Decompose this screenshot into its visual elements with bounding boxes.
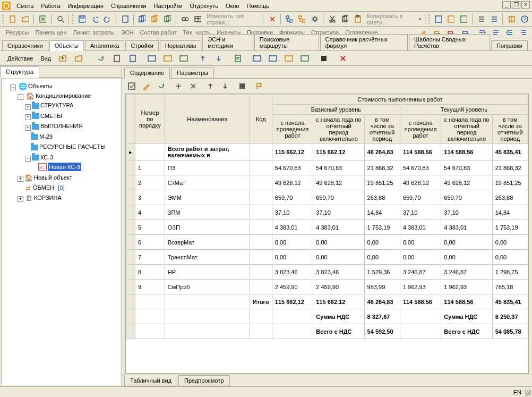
right-tab-params[interactable]: Параметры (171, 67, 214, 79)
tree-expander[interactable]: + (25, 125, 31, 131)
menu-sprav[interactable]: Справочники (107, 1, 150, 11)
help-icon[interactable]: ? (518, 13, 530, 25)
restore-button[interactable]: ❐ (512, 1, 520, 9)
bottom-tab-preview[interactable]: Предпросмотр (178, 375, 230, 386)
link-sostav[interactable]: Состав работ (138, 28, 179, 37)
col-c2[interactable]: с начала года по отчетный период включит… (441, 115, 492, 144)
language-indicator[interactable]: EN (513, 389, 521, 395)
doc-white-icon[interactable] (110, 53, 123, 64)
menu-info[interactable]: Информация (64, 1, 107, 11)
tree-root[interactable]: Объекты (28, 82, 52, 90)
save-icon[interactable] (76, 13, 88, 25)
toolbar-grip[interactable] (2, 14, 4, 24)
redo-icon[interactable] (101, 13, 113, 25)
undo-icon[interactable] (89, 13, 100, 25)
tab-routes[interactable]: Поисковые маршруты (254, 34, 319, 51)
tab-corrections[interactable]: Поправки (491, 40, 528, 51)
indent-right-icon[interactable] (517, 27, 530, 38)
list2-icon[interactable] (488, 13, 500, 25)
tree-expander[interactable]: - (10, 85, 16, 90)
calc-icon[interactable] (231, 53, 244, 64)
change-type-button[interactable]: Изменить тип строки... (204, 13, 260, 25)
right-tab-content[interactable]: Содержание (124, 67, 170, 79)
folder-up-icon[interactable] (56, 53, 69, 64)
paste-icon[interactable] (351, 13, 363, 25)
arrow-down-icon[interactable] (212, 53, 225, 64)
table-row-itogo[interactable]: Итого 115 662,12 115 662,12 46 264,83 11… (126, 294, 528, 309)
col-c1[interactable]: с начала проведения работ (400, 115, 441, 144)
tree2-icon[interactable] (296, 13, 307, 25)
remove-icon[interactable] (187, 80, 200, 92)
stop2-icon[interactable] (236, 80, 248, 92)
tree-item[interactable]: М-29 (39, 132, 53, 141)
table-row[interactable]: 5ОЗП4 383,014 383,011 753,194 383,014 38… (126, 220, 528, 235)
book-icon[interactable] (505, 13, 517, 25)
up-icon[interactable] (204, 80, 217, 92)
doc4-icon[interactable] (161, 13, 173, 25)
table-row[interactable]: 3ЭММ659,70659,70263,88659,70659,70263,88 (126, 190, 528, 205)
col-b3[interactable]: в том числе за отчетный период (364, 115, 400, 144)
doc-blue-icon[interactable] (126, 53, 139, 64)
tab-analytics[interactable]: Аналитика (85, 40, 124, 51)
edit-icon[interactable] (140, 80, 153, 92)
table-row-total[interactable]: ▸ Всего работ и затрат, включаемых в 115… (126, 144, 528, 161)
tree-item-selected[interactable]: Новая КС-3 (48, 163, 81, 171)
link-price-panel[interactable]: Панель цен (32, 28, 69, 37)
tree-item[interactable]: КОРЗИНА (34, 193, 62, 202)
table-row-nds[interactable]: Сумма НДС 8 327,67 Сумма НДС 8 250,37 (126, 309, 528, 324)
col-number[interactable]: Номер по порядку (135, 95, 165, 144)
link-esn[interactable]: ЭСН (118, 28, 136, 37)
table-icon[interactable] (192, 13, 203, 25)
tree-item[interactable]: КС-3 (40, 153, 53, 162)
link-icon[interactable] (179, 13, 191, 25)
actionbar-action[interactable]: Действие (5, 54, 35, 63)
col-b2[interactable]: с начала года по отчетный период включит… (313, 115, 364, 144)
close-button[interactable]: × (521, 1, 530, 9)
tree-item[interactable]: ВЫПОЛНЕНИЯ (40, 122, 83, 130)
table-row[interactable]: 4ЗПМ37,1037,1014,8437,1037,1014,84 (126, 205, 528, 220)
resize-grip[interactable] (525, 390, 531, 396)
tab-norms[interactable]: Нормативы (160, 40, 202, 51)
tree-item[interactable]: Новый объект (34, 173, 72, 182)
menu-rabota[interactable]: Работа (37, 1, 64, 11)
copy-to-button[interactable]: Копировать в смету... (364, 13, 417, 25)
tree-item[interactable]: Кондиционирование (36, 91, 91, 100)
badge-nc-icon[interactable] (145, 53, 158, 64)
actionbar-view[interactable]: Вид (38, 54, 53, 63)
copy-icon[interactable] (339, 13, 350, 25)
tree-expander[interactable]: + (18, 196, 23, 202)
tree-view[interactable]: - 🌐 Объекты - 🏠 Кондиционирование + СТРУ… (1, 79, 121, 385)
tree1-icon[interactable] (283, 13, 295, 25)
menu-window[interactable]: Окно (222, 1, 243, 11)
minimize-button[interactable]: _ (502, 1, 511, 9)
toolbar-overflow[interactable] (418, 13, 422, 25)
delete-icon[interactable] (266, 13, 278, 25)
data-grid[interactable]: Номер по порядку Наименования Код Стоимо… (125, 94, 529, 374)
outdent-icon[interactable] (503, 27, 516, 38)
col-c3[interactable]: в том числе за отчетный период (492, 115, 528, 144)
search-icon[interactable] (54, 13, 66, 25)
tree-item[interactable]: СМЕТЫ (40, 112, 62, 120)
tree-expander[interactable]: + (25, 104, 31, 110)
tab-spravochniki[interactable]: Справочники (2, 40, 48, 51)
tab-esn[interactable]: ЭСН и методики (202, 34, 253, 51)
tree-item[interactable]: РЕСУРСНЫЕ РАСЧЕТЫ (39, 142, 106, 151)
menu-settings[interactable]: Настройки (150, 1, 186, 11)
tab-formulas[interactable]: Справочник расчётных формул (320, 34, 408, 51)
table-row[interactable]: 1ПЗ54 670,8354 670,8321 868,3254 670,835… (126, 161, 528, 175)
badge2b-icon[interactable] (267, 53, 279, 64)
link-resources[interactable]: Ресурсы (3, 28, 31, 37)
tab-objects[interactable]: Объекты (49, 40, 84, 51)
excel-icon[interactable] (37, 13, 48, 25)
tab-templates[interactable]: Шаблоны Сводных Расчётов (409, 34, 490, 51)
down-icon[interactable] (219, 80, 231, 92)
stop-icon[interactable] (318, 53, 330, 64)
doc2-icon[interactable] (136, 13, 148, 25)
col-code[interactable]: Код (250, 95, 272, 144)
new-icon[interactable] (6, 13, 18, 25)
badge2c-icon[interactable] (282, 53, 295, 64)
toolbar-grip[interactable] (428, 14, 430, 24)
panel1-icon[interactable] (432, 13, 444, 25)
refresh2-icon[interactable] (155, 80, 168, 92)
badge-pk-icon[interactable] (177, 53, 190, 64)
